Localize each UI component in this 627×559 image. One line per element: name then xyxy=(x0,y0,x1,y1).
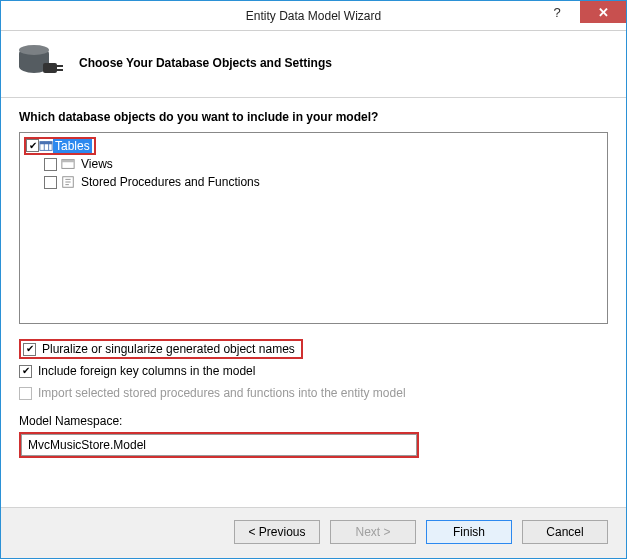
content-area: Which database objects do you want to in… xyxy=(1,98,626,458)
window-controls: ? ✕ xyxy=(534,1,626,23)
label-import-sprocs: Import selected stored procedures and fu… xyxy=(38,386,406,400)
tree-label-tables: Tables xyxy=(53,139,92,153)
view-icon xyxy=(61,157,75,171)
svg-rect-5 xyxy=(62,160,74,163)
namespace-label: Model Namespace: xyxy=(19,414,608,428)
tree-label-sprocs: Stored Procedures and Functions xyxy=(79,175,262,189)
option-import-sprocs: Import selected stored procedures and fu… xyxy=(19,382,608,404)
wizard-header: Choose Your Database Objects and Setting… xyxy=(1,31,626,97)
checkbox-sprocs[interactable] xyxy=(44,176,57,189)
help-button[interactable]: ? xyxy=(534,1,580,23)
highlight-pluralize: Pluralize or singularize generated objec… xyxy=(19,339,303,359)
tree-label-views: Views xyxy=(79,157,115,171)
titlebar: Entity Data Model Wizard ? ✕ xyxy=(1,1,626,31)
previous-button[interactable]: < Previous xyxy=(234,520,320,544)
database-icon xyxy=(19,45,63,81)
wizard-step-title: Choose Your Database Objects and Setting… xyxy=(79,56,332,70)
close-button[interactable]: ✕ xyxy=(580,1,626,23)
checkbox-views[interactable] xyxy=(44,158,57,171)
tree-item-sprocs[interactable]: Stored Procedures and Functions xyxy=(26,173,601,191)
next-button: Next > xyxy=(330,520,416,544)
options-group: Pluralize or singularize generated objec… xyxy=(19,338,608,404)
tree-item-views[interactable]: Views xyxy=(26,155,601,173)
table-icon xyxy=(39,139,53,153)
namespace-input[interactable] xyxy=(21,434,417,456)
highlight-namespace xyxy=(19,432,419,458)
wizard-footer: < Previous Next > Finish Cancel xyxy=(1,507,626,558)
prompt-text: Which database objects do you want to in… xyxy=(19,110,608,124)
tree-item-tables[interactable]: Tables xyxy=(26,137,601,155)
finish-button[interactable]: Finish xyxy=(426,520,512,544)
db-objects-tree[interactable]: Tables Views Stored Procedures and Funct… xyxy=(19,132,608,324)
cancel-button[interactable]: Cancel xyxy=(522,520,608,544)
highlight-tables: Tables xyxy=(24,137,96,155)
label-pluralize: Pluralize or singularize generated objec… xyxy=(42,342,295,356)
checkbox-foreign-keys[interactable] xyxy=(19,365,32,378)
checkbox-import-sprocs xyxy=(19,387,32,400)
option-pluralize[interactable]: Pluralize or singularize generated objec… xyxy=(19,338,608,360)
option-foreign-keys[interactable]: Include foreign key columns in the model xyxy=(19,360,608,382)
svg-rect-1 xyxy=(40,141,52,144)
window-title: Entity Data Model Wizard xyxy=(1,9,626,23)
sproc-icon xyxy=(61,175,75,189)
checkbox-tables[interactable] xyxy=(26,139,39,152)
label-foreign-keys: Include foreign key columns in the model xyxy=(38,364,255,378)
checkbox-pluralize[interactable] xyxy=(23,343,36,356)
